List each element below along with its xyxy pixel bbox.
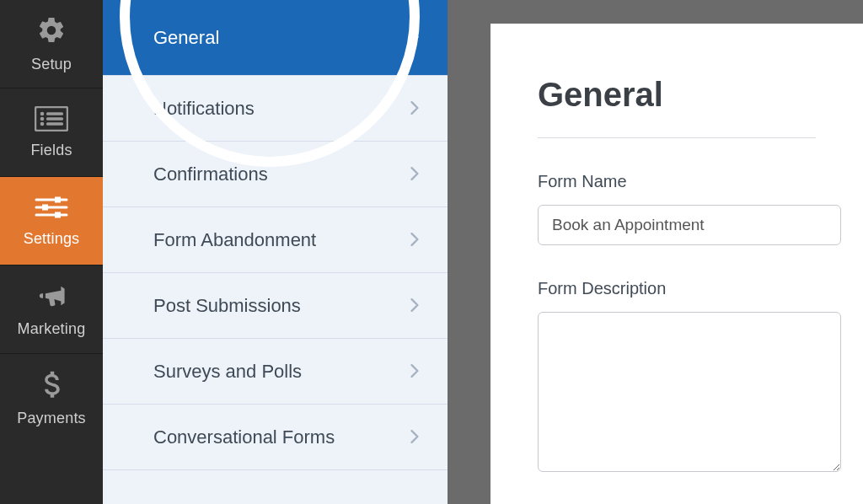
chevron-right-icon [410,229,419,251]
sidebar-item-setup[interactable]: Setup [0,0,103,88]
submenu-item-label: Conversational Forms [153,426,335,448]
submenu-item-label: Post Submissions [153,295,301,317]
settings-panel: General Form Name Form Description [490,24,863,504]
primary-sidebar: Setup Fields Settings [0,0,103,504]
sidebar-item-payments[interactable]: Payments [0,354,103,442]
form-name-input[interactable] [538,205,841,245]
svg-rect-10 [55,196,61,202]
content-area: General Form Name Form Description [448,0,863,504]
form-name-group: Form Name [538,172,816,245]
form-description-group: Form Description [538,279,816,475]
sidebar-item-fields[interactable]: Fields [0,88,103,177]
megaphone-icon [35,281,67,314]
page-title: General [538,76,816,114]
submenu-item-label: Notifications [153,98,255,120]
submenu-item-general[interactable]: General [103,0,448,76]
chevron-right-icon [410,27,419,49]
submenu-item-label: Form Abandonment [153,229,316,251]
dollar-icon [42,369,61,403]
submenu-item-label: General [153,27,219,49]
chevron-right-icon [410,426,419,448]
divider [538,137,816,138]
form-description-label: Form Description [538,279,816,298]
submenu-item-notifications[interactable]: Notifications [103,76,448,142]
submenu-item-form-abandonment[interactable]: Form Abandonment [103,207,448,273]
svg-point-5 [40,121,45,126]
sidebar-item-settings[interactable]: Settings [0,177,103,265]
form-name-label: Form Name [538,172,816,191]
sidebar-item-label: Settings [24,230,80,248]
settings-submenu: General Notifications Confirmations Form… [103,0,448,504]
chevron-right-icon [410,164,419,185]
sidebar-item-label: Fields [30,142,72,159]
list-icon [35,106,68,135]
sidebar-item-label: Marketing [18,320,86,338]
submenu-item-post-submissions[interactable]: Post Submissions [103,273,448,339]
chevron-right-icon [410,295,419,317]
chevron-right-icon [410,98,419,120]
sidebar-item-label: Setup [31,56,72,73]
svg-rect-12 [55,212,61,217]
submenu-item-surveys-polls[interactable]: Surveys and Polls [103,339,448,405]
sliders-icon [35,195,68,223]
svg-rect-6 [46,122,63,125]
form-description-input[interactable] [538,312,841,472]
svg-rect-11 [42,204,48,210]
svg-rect-4 [46,117,63,120]
svg-point-1 [40,111,45,115]
submenu-item-conversational-forms[interactable]: Conversational Forms [103,405,448,470]
gear-icon [36,15,67,49]
submenu-item-label: Surveys and Polls [153,361,302,383]
sidebar-item-label: Payments [17,410,86,427]
svg-point-3 [40,116,45,121]
sidebar-item-marketing[interactable]: Marketing [0,265,103,354]
svg-rect-2 [46,112,63,115]
submenu-item-label: Confirmations [153,164,268,185]
submenu-item-confirmations[interactable]: Confirmations [103,142,448,207]
chevron-right-icon [410,361,419,383]
